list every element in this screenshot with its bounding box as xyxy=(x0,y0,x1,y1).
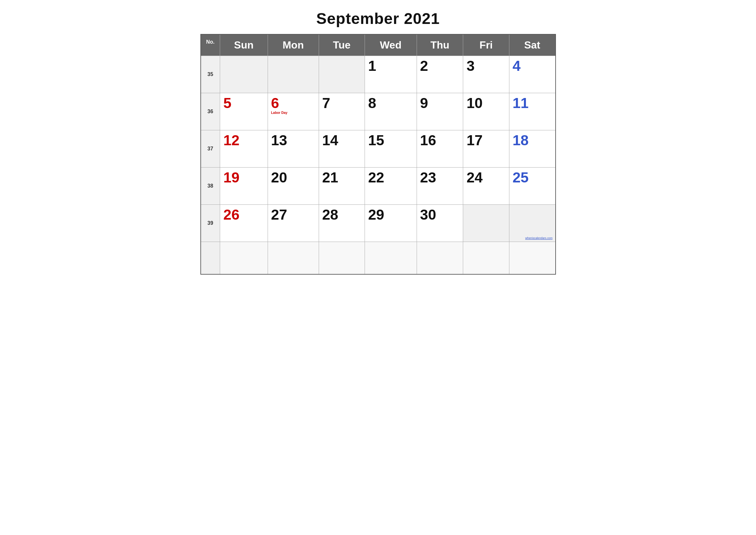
day-number: 22 xyxy=(368,169,384,185)
day-cell: 28 xyxy=(319,205,364,242)
day-number: 14 xyxy=(322,132,338,148)
calendar-title: September 2021 xyxy=(201,10,556,27)
day-number: 17 xyxy=(466,132,483,148)
day-cell: 10 xyxy=(463,93,509,130)
day-number: 6 xyxy=(271,95,279,111)
day-number: 24 xyxy=(466,169,483,185)
day-cell: 30 xyxy=(417,205,463,242)
day-cell: 16 xyxy=(417,130,463,168)
empty-day-cell xyxy=(463,242,509,274)
day-cell: 7 xyxy=(319,93,364,130)
week-number-36: 36 xyxy=(201,93,220,130)
day-cell: 14 xyxy=(319,130,364,168)
day-number: 2 xyxy=(420,58,428,74)
week-row-35: 351234 xyxy=(201,56,555,93)
day-cell: 15 xyxy=(364,130,417,168)
day-number: 4 xyxy=(513,58,521,74)
week-row-38: 3819202122232425 xyxy=(201,168,555,205)
day-cell: 22 xyxy=(364,168,417,205)
header-row: No. Sun Mon Tue Wed Thu Fri Sat xyxy=(201,34,555,56)
day-cell: 13 xyxy=(268,130,319,168)
empty-no-cell xyxy=(201,242,220,274)
day-cell: 20 xyxy=(268,168,319,205)
week-row-37: 3712131415161718 xyxy=(201,130,555,168)
day-cell: 17 xyxy=(463,130,509,168)
empty-row xyxy=(201,242,555,274)
day-cell: 18 xyxy=(509,130,555,168)
header-fri: Fri xyxy=(463,34,509,56)
day-cell: 29 xyxy=(364,205,417,242)
day-cell: 12 xyxy=(220,130,268,168)
day-number: 25 xyxy=(513,169,529,185)
day-cell: 26 xyxy=(220,205,268,242)
day-number: 16 xyxy=(420,132,436,148)
day-number: 23 xyxy=(420,169,436,185)
day-number: 9 xyxy=(420,95,428,111)
header-wed: Wed xyxy=(364,34,417,56)
day-number: 18 xyxy=(513,132,529,148)
day-number: 10 xyxy=(466,95,483,111)
week-row-36: 3656Labor Day7891011 xyxy=(201,93,555,130)
empty-day-cell xyxy=(417,242,463,274)
day-number: 28 xyxy=(322,206,338,223)
day-number: 26 xyxy=(223,206,239,223)
day-cell: 1 xyxy=(364,56,417,93)
no-header: No. xyxy=(201,34,220,56)
day-number: 5 xyxy=(223,95,231,111)
week-number-35: 35 xyxy=(201,56,220,93)
day-cell: 9 xyxy=(417,93,463,130)
day-cell: 23 xyxy=(417,168,463,205)
day-cell: 24 xyxy=(463,168,509,205)
header-thu: Thu xyxy=(417,34,463,56)
week-number-39: 39 xyxy=(201,205,220,242)
day-cell: 19 xyxy=(220,168,268,205)
day-cell: 11 xyxy=(509,93,555,130)
header-tue: Tue xyxy=(319,34,364,56)
header-sun: Sun xyxy=(220,34,268,56)
day-cell: wheniscalendars.com xyxy=(509,205,555,242)
day-number: 19 xyxy=(223,169,239,185)
day-cell: 8 xyxy=(364,93,417,130)
day-number: 12 xyxy=(223,132,239,148)
day-cell: 21 xyxy=(319,168,364,205)
day-cell: 25 xyxy=(509,168,555,205)
empty-day-cell xyxy=(509,242,555,274)
watermark[interactable]: wheniscalendars.com xyxy=(525,237,553,240)
day-number: 7 xyxy=(322,95,330,111)
empty-day-cell xyxy=(268,242,319,274)
week-row-39: 392627282930wheniscalendars.com xyxy=(201,205,555,242)
day-number: 29 xyxy=(368,206,384,223)
day-number: 27 xyxy=(271,206,287,223)
day-cell: 3 xyxy=(463,56,509,93)
empty-day-cell xyxy=(220,242,268,274)
calendar-table: No. Sun Mon Tue Wed Thu Fri Sat 35123436… xyxy=(201,34,556,275)
empty-day-cell xyxy=(364,242,417,274)
day-cell: 27 xyxy=(268,205,319,242)
day-number: 1 xyxy=(368,58,376,74)
holiday-label: Labor Day xyxy=(271,111,315,115)
day-cell: 6Labor Day xyxy=(268,93,319,130)
day-cell: 2 xyxy=(417,56,463,93)
day-cell: 4 xyxy=(509,56,555,93)
day-number: 20 xyxy=(271,169,287,185)
day-number: 8 xyxy=(368,95,376,111)
day-number: 15 xyxy=(368,132,384,148)
day-number: 21 xyxy=(322,169,338,185)
day-cell xyxy=(319,56,364,93)
day-cell xyxy=(463,205,509,242)
day-number: 3 xyxy=(466,58,474,74)
day-cell xyxy=(220,56,268,93)
week-number-37: 37 xyxy=(201,130,220,168)
header-mon: Mon xyxy=(268,34,319,56)
day-number: 30 xyxy=(420,206,436,223)
header-sat: Sat xyxy=(509,34,555,56)
day-cell: 5 xyxy=(220,93,268,130)
day-cell xyxy=(268,56,319,93)
calendar-container: September 2021 No. Sun Mon Tue Wed Thu F… xyxy=(201,10,556,275)
week-number-38: 38 xyxy=(201,168,220,205)
day-number: 11 xyxy=(513,95,529,111)
empty-day-cell xyxy=(319,242,364,274)
day-number: 13 xyxy=(271,132,287,148)
